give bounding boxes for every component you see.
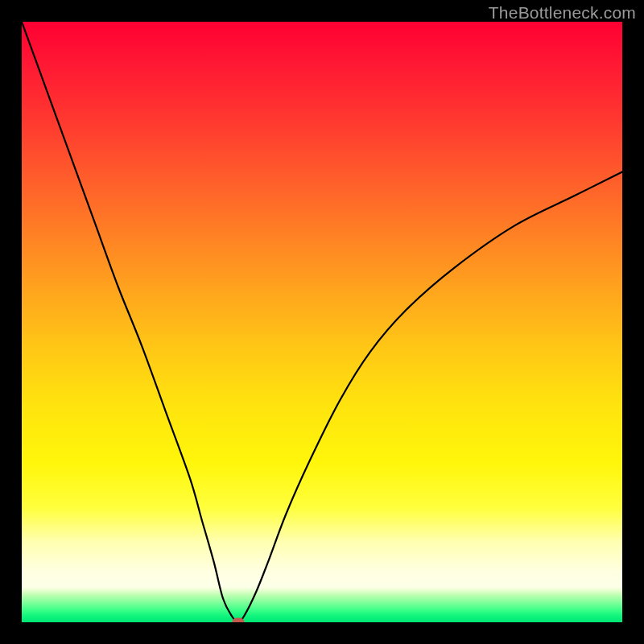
chart-frame: TheBottleneck.com xyxy=(0,0,644,644)
bottleneck-curve xyxy=(22,22,622,622)
minimum-marker xyxy=(232,618,244,623)
curve-svg xyxy=(22,22,622,622)
watermark-text: TheBottleneck.com xyxy=(489,3,636,23)
plot-area xyxy=(22,22,622,622)
